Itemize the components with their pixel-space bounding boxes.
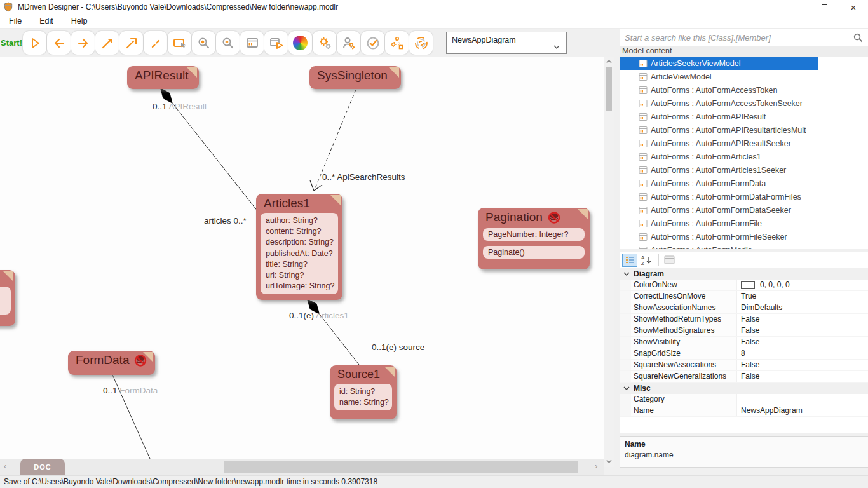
property-value[interactable]: False — [737, 314, 868, 325]
doc-tab[interactable]: DOC — [20, 459, 65, 475]
viewmodel-window-button[interactable] — [240, 31, 264, 55]
attribute[interactable]: description: String? — [266, 237, 333, 248]
class-pagination[interactable]: Pagination PageNumber: Integer? Paginate… — [478, 208, 590, 269]
property-label: ColorOnNew — [631, 280, 737, 290]
tree-item[interactable]: AutoForms : AutoFormFormFile — [620, 217, 868, 230]
property-value[interactable]: DimDefaults — [737, 302, 868, 313]
tree-item[interactable]: AutoForms : AutoFormAPIResultarticlesMul… — [620, 123, 868, 137]
tree-item[interactable]: AutoForms : AutoFormFormDataSeeker — [620, 203, 868, 217]
forward-button[interactable] — [71, 31, 95, 55]
tree-item[interactable]: AutoForms : AutoFormFormDataFormFiles — [620, 190, 868, 203]
scroll-left-icon[interactable]: ‹ — [4, 461, 6, 471]
tree-item[interactable]: AutoForms : AutoFormAccessTokenSeeker — [620, 97, 868, 110]
sort-alphabetical-button[interactable]: AZ — [639, 254, 654, 267]
select-area-button[interactable] — [168, 31, 191, 55]
tree-item[interactable]: AutoForms : AutoFormAPIResult — [620, 110, 868, 123]
draw-generalization-button[interactable] — [119, 31, 143, 55]
tree-item[interactable]: ArticleViewModel — [620, 70, 868, 83]
close-button[interactable]: × — [839, 0, 868, 14]
color-wheel-button[interactable] — [288, 31, 312, 55]
class-articles1[interactable]: Articles1 author: String? content: Strin… — [256, 194, 342, 300]
tree-item[interactable]: AutoForms : AutoFormMedia — [620, 243, 868, 249]
access-person-key-button[interactable] — [337, 31, 360, 55]
attribute[interactable]: publishedAt: Date? — [266, 248, 333, 259]
association-label[interactable]: articles 0..* — [204, 216, 247, 226]
scroll-down-icon[interactable] — [604, 457, 614, 466]
property-value[interactable]: NewsAppDiagram — [737, 405, 868, 416]
category-misc[interactable]: Misc — [620, 383, 868, 394]
property-value[interactable]: True — [737, 291, 868, 302]
attribute[interactable]: id: String? — [339, 386, 387, 397]
tree-item[interactable]: AutoForms : AutoFormArticles1Seeker — [620, 163, 868, 177]
scrollbar-thumb[interactable] — [224, 461, 578, 473]
tree-item[interactable]: ArticlesSeekerViewModel — [620, 57, 818, 70]
property-value[interactable]: 8 — [737, 348, 868, 359]
tree-item[interactable]: AutoForms : AutoFormAccessToken — [620, 83, 868, 97]
diagram-select[interactable]: NewsAppDiagram — [446, 32, 567, 54]
class-apiresult[interactable]: APIResult — [127, 66, 199, 89]
attribute[interactable]: name: String? — [339, 397, 387, 408]
property-value[interactable]: False — [737, 371, 868, 382]
zoom-out-button[interactable] — [216, 31, 240, 55]
association-label[interactable]: 0..1 APIResult — [153, 102, 207, 111]
scrollbar-thumb[interactable] — [606, 67, 612, 111]
class-source1[interactable]: Source1 id: String? name: String? — [330, 365, 397, 419]
nodes-diagram-button[interactable] — [385, 31, 409, 55]
attribute[interactable]: PageNumber: Integer? — [488, 230, 568, 239]
search-input[interactable] — [620, 29, 868, 46]
settings-gears-button[interactable] — [313, 31, 336, 55]
scroll-up-icon[interactable] — [604, 57, 614, 66]
window-play-button[interactable] — [264, 31, 288, 55]
category-diagram[interactable]: Diagram — [620, 268, 868, 280]
mdriven-designer-window: MDriven Designer - C:\Users\Buyondo Vale… — [0, 0, 868, 488]
menu-file[interactable]: File — [0, 17, 31, 25]
canvas-horizontal-scrollbar[interactable]: ‹ DOC › — [0, 459, 604, 475]
play-button[interactable] — [23, 31, 46, 55]
tree-item[interactable]: AutoForms : AutoFormFormFileSeeker — [620, 230, 868, 243]
folded-corner-icon — [578, 209, 588, 222]
menu-help[interactable]: Help — [62, 17, 97, 25]
attribute[interactable]: urlToImage: String? — [266, 281, 333, 292]
search-box — [620, 29, 868, 46]
class-formdata[interactable]: FormData — [68, 351, 155, 375]
association-label[interactable]: 0..* ApiSearchResults — [322, 172, 405, 182]
association-label[interactable]: 0..1(e) source — [372, 342, 424, 352]
canvas-vertical-scrollbar[interactable] — [604, 57, 614, 467]
back-button[interactable] — [47, 31, 71, 55]
tree-item[interactable]: AutoForms : AutoFormArticles1 — [620, 150, 868, 163]
property-value[interactable]: False — [737, 360, 868, 370]
attribute[interactable]: title: String? — [266, 259, 333, 270]
property-description-title: Name — [625, 440, 863, 449]
scroll-right-icon[interactable]: › — [595, 461, 597, 471]
search-icon — [853, 33, 863, 43]
attribute[interactable]: url: String? — [266, 270, 333, 281]
draw-association-button[interactable] — [95, 31, 119, 55]
property-value[interactable] — [737, 394, 868, 405]
start-button[interactable]: Start! — [0, 38, 23, 48]
attribute[interactable]: author: String? — [266, 215, 333, 226]
class-partial[interactable] — [0, 270, 15, 326]
zoom-in-button[interactable] — [192, 31, 215, 55]
property-value[interactable]: 0, 0, 0, 0 — [737, 280, 868, 290]
spiral-button[interactable] — [409, 31, 433, 55]
tree-item[interactable]: AutoForms : AutoFormFormData — [620, 177, 868, 190]
categorized-view-button[interactable] — [622, 254, 637, 267]
color-swatch[interactable] — [741, 281, 755, 289]
property-value[interactable]: False — [737, 337, 868, 348]
diagram-canvas[interactable]: APIResult SysSingleton Articles1 author:… — [0, 57, 604, 459]
dashed-line-button[interactable] — [144, 31, 167, 55]
association-label[interactable]: 0..1 FormData — [103, 386, 158, 395]
property-label: SnapGridSize — [631, 348, 737, 359]
maximize-button[interactable] — [810, 0, 839, 14]
tree-item[interactable]: AutoForms : AutoFormAPIResultSeeker — [620, 137, 868, 150]
chevron-down-icon — [553, 43, 560, 51]
validate-check-button[interactable] — [361, 31, 384, 55]
attribute[interactable]: content: String? — [266, 226, 333, 237]
association-label[interactable]: 0..1(e) Articles1 — [289, 311, 349, 320]
class-syssingleton[interactable]: SysSingleton — [309, 66, 401, 89]
chevron-down-icon — [623, 386, 630, 391]
menu-edit[interactable]: Edit — [31, 17, 62, 25]
minimize-button[interactable]: — — [780, 0, 810, 14]
method[interactable]: Paginate() — [488, 248, 525, 257]
property-value[interactable]: False — [737, 325, 868, 336]
